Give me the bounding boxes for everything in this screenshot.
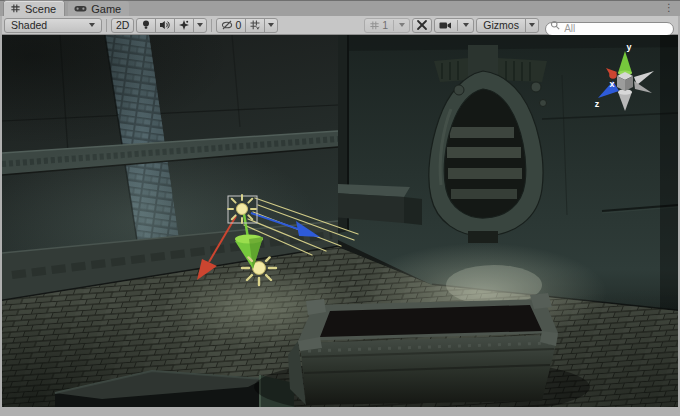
directional-light-gizmo[interactable]: [228, 195, 257, 223]
camera-icon: [439, 20, 452, 31]
panel-tab-bar: Scene Game ⋮: [0, 0, 680, 16]
grid-visibility-button[interactable]: 1: [364, 18, 410, 33]
axis-label-z: z: [595, 99, 600, 109]
toolbar-separator: [211, 19, 212, 32]
scene-view-window: Scene Game ⋮ Shaded 2D: [0, 0, 680, 416]
draw-mode-label: Shaded: [11, 19, 47, 31]
speaker-icon: [159, 19, 171, 31]
chevron-down-icon: [529, 23, 535, 27]
chevron-down-icon: [89, 23, 95, 27]
tab-game-label: Game: [91, 3, 121, 15]
scene-toolbar: Shaded 2D: [2, 16, 678, 35]
gizmos-dropdown[interactable]: Gizmos: [476, 18, 526, 33]
axis-label-y: y: [626, 42, 631, 52]
scene-viewport[interactable]: y x z: [2, 35, 678, 407]
grid-snap-icon: [249, 19, 261, 31]
draw-mode-dropdown[interactable]: Shaded: [4, 18, 102, 33]
effects-star-icon: [178, 19, 190, 31]
kebab-menu-icon[interactable]: ⋮: [658, 0, 680, 14]
lightbulb-icon: [140, 19, 152, 31]
gizmos-dropdown-caret[interactable]: [525, 18, 539, 33]
grid-snap-button[interactable]: [245, 18, 265, 33]
chevron-down-icon: [197, 23, 203, 27]
chevron-down-icon: [463, 23, 469, 27]
chevron-down-icon: [399, 23, 405, 27]
eye-hidden-icon: [221, 19, 233, 31]
gizmo-cube[interactable]: [617, 72, 633, 91]
toggle-2d-button[interactable]: 2D: [111, 18, 134, 33]
grid-snap-dropdown-button[interactable]: [264, 18, 278, 33]
effects-toggle-button[interactable]: [174, 18, 194, 33]
scene-render: y x z: [2, 35, 678, 407]
camera-button[interactable]: [434, 18, 474, 33]
tools-icon: [416, 19, 428, 31]
tab-game[interactable]: Game: [68, 1, 129, 16]
search-input[interactable]: [545, 22, 674, 36]
lighting-toggle-button[interactable]: [136, 18, 156, 33]
hidden-objects-button[interactable]: 0: [216, 18, 246, 33]
gamepad-icon: [74, 3, 87, 14]
alcove[interactable]: [429, 45, 547, 243]
grid-level: 1: [382, 19, 388, 31]
tools-overlay-button[interactable]: [412, 18, 432, 33]
axis-label-x: x: [609, 79, 614, 89]
grid-icon: [369, 20, 380, 31]
grid-icon: [10, 3, 21, 14]
search-box: [545, 18, 674, 32]
tab-scene-label: Scene: [25, 3, 56, 15]
hidden-count: 0: [235, 19, 241, 31]
search-icon: [550, 20, 561, 31]
audio-toggle-button[interactable]: [155, 18, 175, 33]
toolbar-separator: [106, 19, 107, 32]
effects-dropdown-button[interactable]: [193, 18, 207, 33]
tab-scene[interactable]: Scene: [4, 1, 64, 16]
chevron-down-icon: [268, 23, 274, 27]
